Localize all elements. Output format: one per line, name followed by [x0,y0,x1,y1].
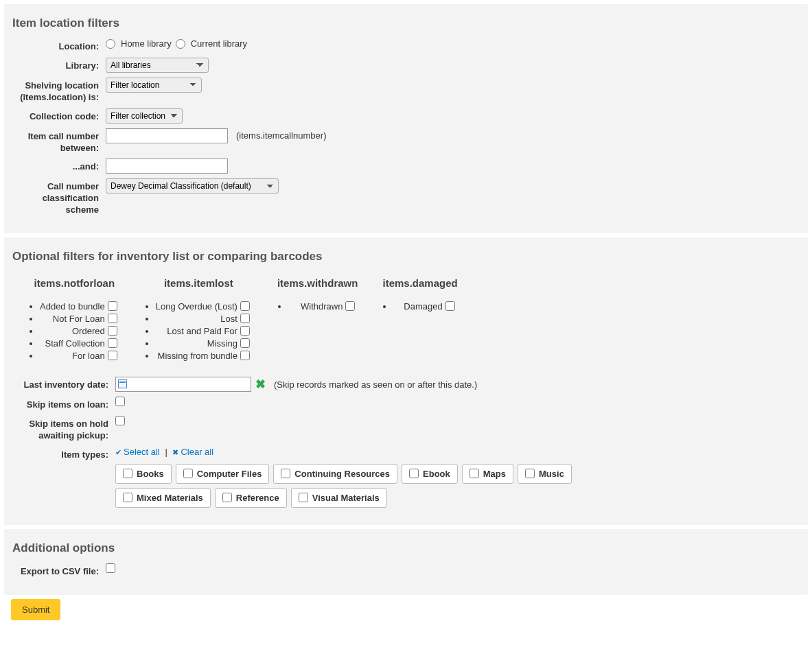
itemtype-tag[interactable]: Books [115,464,172,484]
status-option-label: For loan [72,351,105,361]
damaged-heading: items.damaged [382,277,457,289]
status-option-checkbox[interactable] [240,301,250,311]
callnum-to-label: ...and: [12,159,106,173]
itemtype-label: Computer Files [197,469,262,479]
status-option-label: Not For Loan [53,314,105,324]
itemtype-checkbox[interactable] [469,469,479,478]
itemtype-checkbox[interactable] [123,469,132,478]
status-option-checkbox[interactable] [240,314,250,323]
itemtype-checkbox[interactable] [299,493,308,502]
status-option-checkbox[interactable] [240,351,250,360]
export-csv-checkbox[interactable] [106,563,115,573]
callnum-hint: (items.itemcallnumber) [236,130,326,141]
status-option-label: Lost [220,314,237,324]
submit-button[interactable]: Submit [11,599,60,620]
select-all-link[interactable]: Select all [115,447,160,457]
itemtype-tag[interactable]: Continuing Resources [273,464,397,484]
itemtype-label: Books [137,469,164,479]
itemtype-checkbox[interactable] [409,469,419,478]
status-option-checkbox[interactable] [108,351,117,360]
itemtype-tag[interactable]: Ebook [402,464,458,484]
status-option-checkbox[interactable] [108,301,117,311]
status-option-checkbox[interactable] [240,326,250,336]
skip-hold-checkbox[interactable] [115,416,125,425]
status-option-checkbox[interactable] [108,326,117,336]
status-columns: items.notforloan Added to bundleNot For … [12,272,800,363]
lastinv-label: Last inventory date: [12,377,115,391]
status-option-checkbox[interactable] [345,301,355,311]
status-option: Missing [156,338,253,349]
optional-filters: Optional filters for inventory list or c… [4,237,808,525]
itemtype-tag[interactable]: Mixed Materials [115,488,211,508]
itemtype-label: Visual Materials [312,493,380,503]
skip-loan-row: Skip items on loan: [12,397,800,411]
status-option-label: Added to bundle [40,301,105,312]
status-option-checkbox[interactable] [108,314,117,323]
location-row: Location: Home library Current library [12,38,800,53]
itemtypes-label: Item types: [12,447,115,461]
damaged-col: items.damaged Damaged [382,272,457,363]
shelving-select[interactable]: Filter location [106,78,202,93]
status-option-checkbox[interactable] [240,338,250,348]
skip-loan-label: Skip items on loan: [12,397,115,411]
itemtype-tags: BooksComputer FilesContinuing ResourcesE… [115,464,596,508]
status-option-label: Staff Collection [45,338,105,349]
itemtype-label: Music [539,469,564,479]
check-icon [115,447,124,457]
lastinv-date-input[interactable] [115,377,251,392]
clear-date-icon[interactable]: ✖ [255,378,266,390]
collection-select[interactable]: Filter collection [106,108,183,124]
status-option: Damaged [393,301,457,312]
itemtype-checkbox[interactable] [123,493,132,502]
status-option-checkbox[interactable] [108,338,117,348]
status-option-label: Ordered [72,326,105,336]
section-legend: Optional filters for inventory list or c… [12,244,800,272]
skip-hold-label: Skip items on hold awaiting pickup: [12,416,115,442]
skip-loan-checkbox[interactable] [115,397,125,406]
status-option: Long Overdue (Lost) [156,301,253,312]
skip-hold-row: Skip items on hold awaiting pickup: [12,416,800,442]
itemtype-tag[interactable]: Reference [215,488,287,508]
home-library-radio-label: Home library [118,38,172,49]
library-row: Library: All libraries [12,58,800,73]
withdrawn-col: items.withdrawn Withdrawn [277,272,358,363]
itemlost-heading: items.itemlost [145,277,253,289]
status-option: For loan [40,351,120,361]
status-option-checkbox[interactable] [445,301,455,311]
status-option-label: Missing [207,338,237,349]
status-option: Lost and Paid For [156,326,253,336]
lastinv-date-wrapper [115,377,251,392]
damaged-list: Damaged [382,301,457,312]
itemtype-tag[interactable]: Music [518,464,572,484]
callnum-from-label: Item call number between: [12,128,106,154]
itemtype-tag[interactable]: Computer Files [176,464,270,484]
additional-options: Additional options Export to CSV file: [4,529,808,595]
callnum-from-input[interactable] [106,128,228,143]
callnum-to-input[interactable] [106,159,228,174]
status-option: Added to bundle [40,301,120,312]
scheme-label: Call number classification scheme [12,178,106,216]
lastinv-hint: (Skip records marked as seen on or after… [274,379,477,390]
status-option: Lost [156,314,253,324]
itemtype-tag[interactable]: Visual Materials [291,488,387,508]
library-select[interactable]: All libraries [106,58,209,73]
lastinv-row: Last inventory date: ✖ (Skip records mar… [12,377,800,392]
itemtype-checkbox[interactable] [281,469,290,478]
withdrawn-heading: items.withdrawn [277,277,358,289]
status-option-label: Damaged [404,301,442,312]
separator: | [165,447,167,457]
itemtype-tag[interactable]: Maps [462,464,513,484]
scheme-select[interactable]: Dewey Decimal Classification (default) [106,178,279,194]
status-option: Not For Loan [40,314,120,324]
current-library-radio-label: Current library [188,38,247,49]
itemtypes-row: Item types: Select all | Clear all Books… [12,447,800,508]
current-library-radio[interactable] [176,39,185,49]
notforloan-list: Added to bundleNot For LoanOrderedStaff … [29,301,120,361]
itemtype-checkbox[interactable] [222,493,232,502]
itemtype-checkbox[interactable] [525,469,535,478]
export-row: Export to CSV file: [12,563,800,578]
location-label: Location: [12,38,106,53]
clear-all-link[interactable]: Clear all [172,447,213,457]
home-library-radio[interactable] [106,39,115,49]
itemtype-checkbox[interactable] [183,469,193,478]
